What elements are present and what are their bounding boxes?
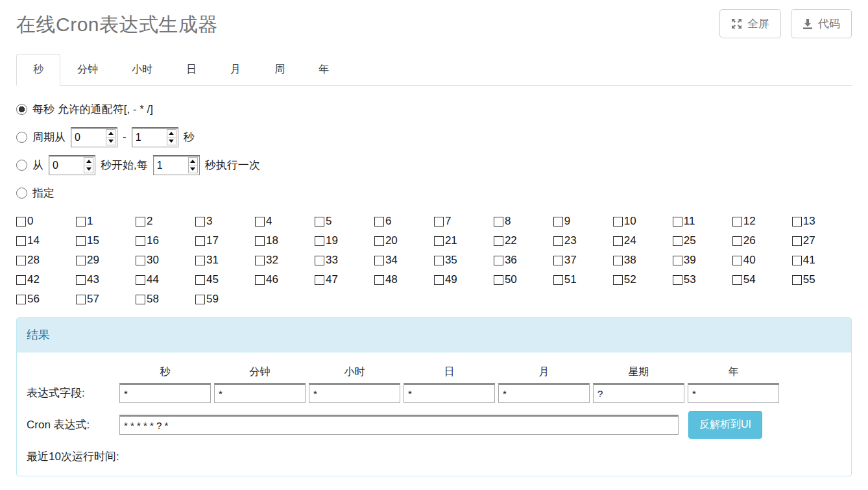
second-checkbox[interactable] xyxy=(792,275,802,285)
tab-item[interactable]: 小时 xyxy=(115,54,169,86)
second-checkbox-cell[interactable]: 43 xyxy=(76,273,136,286)
spinner-down-icon[interactable] xyxy=(189,165,197,173)
second-checkbox[interactable] xyxy=(494,236,503,246)
second-checkbox-cell[interactable]: 45 xyxy=(195,273,255,286)
second-checkbox[interactable] xyxy=(494,275,503,285)
second-checkbox[interactable] xyxy=(16,295,26,304)
second-checkbox[interactable] xyxy=(195,236,205,246)
second-checkbox[interactable] xyxy=(136,236,145,246)
second-checkbox[interactable] xyxy=(136,256,145,265)
second-checkbox-cell[interactable]: 23 xyxy=(553,234,613,247)
second-checkbox-cell[interactable]: 4 xyxy=(255,215,315,228)
second-checkbox-cell[interactable]: 12 xyxy=(732,215,792,228)
second-checkbox-cell[interactable]: 25 xyxy=(673,234,732,247)
second-checkbox[interactable] xyxy=(613,217,623,227)
field-value-input[interactable] xyxy=(404,383,495,403)
second-checkbox-cell[interactable]: 47 xyxy=(315,273,374,286)
second-checkbox-cell[interactable]: 59 xyxy=(195,293,255,306)
second-checkbox[interactable] xyxy=(434,236,444,246)
field-value-input[interactable] xyxy=(214,383,306,403)
second-checkbox-cell[interactable]: 31 xyxy=(195,254,255,267)
second-checkbox[interactable] xyxy=(16,256,26,265)
second-checkbox-cell[interactable]: 30 xyxy=(136,254,195,267)
second-checkbox-cell[interactable]: 41 xyxy=(792,254,852,267)
second-checkbox[interactable] xyxy=(374,217,384,227)
reverse-parse-button[interactable]: 反解析到UI xyxy=(688,411,762,439)
second-checkbox-cell[interactable]: 33 xyxy=(315,254,374,267)
second-checkbox[interactable] xyxy=(613,236,623,246)
second-checkbox[interactable] xyxy=(434,217,444,227)
second-checkbox[interactable] xyxy=(613,275,623,285)
second-checkbox[interactable] xyxy=(792,256,802,265)
second-checkbox-cell[interactable]: 21 xyxy=(434,234,494,247)
second-checkbox-cell[interactable]: 54 xyxy=(732,273,792,286)
second-checkbox-cell[interactable]: 5 xyxy=(315,215,374,228)
tab-item[interactable]: 分钟 xyxy=(60,54,115,86)
second-checkbox[interactable] xyxy=(434,256,444,265)
second-checkbox[interactable] xyxy=(732,217,742,227)
second-checkbox[interactable] xyxy=(255,275,265,285)
second-checkbox-cell[interactable]: 10 xyxy=(613,215,673,228)
second-checkbox[interactable] xyxy=(255,236,265,246)
second-checkbox[interactable] xyxy=(136,295,145,304)
code-button[interactable]: 代码 xyxy=(791,9,852,38)
second-checkbox[interactable] xyxy=(374,236,384,246)
second-checkbox-cell[interactable]: 55 xyxy=(792,273,852,286)
second-checkbox-cell[interactable]: 29 xyxy=(76,254,136,267)
second-checkbox[interactable] xyxy=(136,275,145,285)
second-checkbox-cell[interactable]: 36 xyxy=(494,254,553,267)
spinner-up-icon[interactable] xyxy=(189,158,197,165)
second-checkbox[interactable] xyxy=(553,256,563,265)
spinner-down-icon[interactable] xyxy=(167,138,176,145)
second-checkbox[interactable] xyxy=(76,217,86,227)
tab-item[interactable]: 日 xyxy=(169,54,213,86)
second-checkbox[interactable] xyxy=(76,236,86,246)
second-checkbox-cell[interactable]: 39 xyxy=(673,254,732,267)
second-checkbox-cell[interactable]: 35 xyxy=(434,254,494,267)
second-checkbox[interactable] xyxy=(613,256,623,265)
second-checkbox[interactable] xyxy=(792,217,802,227)
second-checkbox-cell[interactable]: 40 xyxy=(732,254,792,267)
second-checkbox-cell[interactable]: 1 xyxy=(76,215,136,228)
second-checkbox[interactable] xyxy=(76,295,86,304)
second-checkbox-cell[interactable]: 17 xyxy=(195,234,255,247)
tab-item[interactable]: 年 xyxy=(302,54,346,86)
cycle-radio[interactable] xyxy=(16,132,27,143)
second-checkbox[interactable] xyxy=(434,275,444,285)
spinner-up-icon[interactable] xyxy=(84,158,93,165)
second-checkbox-cell[interactable]: 0 xyxy=(16,215,76,228)
second-checkbox[interactable] xyxy=(673,275,682,285)
second-checkbox[interactable] xyxy=(673,236,682,246)
second-checkbox-cell[interactable]: 49 xyxy=(434,273,494,286)
second-checkbox-cell[interactable]: 13 xyxy=(792,215,852,228)
second-checkbox-cell[interactable]: 26 xyxy=(732,234,792,247)
second-checkbox[interactable] xyxy=(255,217,265,227)
field-value-input[interactable] xyxy=(119,383,211,403)
tab-item[interactable]: 秒 xyxy=(16,54,60,86)
field-value-input[interactable] xyxy=(593,383,684,403)
field-value-input[interactable] xyxy=(498,383,590,403)
second-checkbox[interactable] xyxy=(315,275,324,285)
second-checkbox-cell[interactable]: 11 xyxy=(673,215,732,228)
second-checkbox-cell[interactable]: 34 xyxy=(374,254,434,267)
second-checkbox[interactable] xyxy=(136,217,145,227)
second-checkbox[interactable] xyxy=(315,256,324,265)
second-checkbox-cell[interactable]: 50 xyxy=(494,273,553,286)
second-checkbox-cell[interactable]: 48 xyxy=(374,273,434,286)
fullscreen-button[interactable]: 全屏 xyxy=(719,9,781,38)
second-checkbox-cell[interactable]: 44 xyxy=(136,273,195,286)
second-checkbox-cell[interactable]: 32 xyxy=(255,254,315,267)
field-value-input[interactable] xyxy=(688,383,779,403)
tab-item[interactable]: 周 xyxy=(258,54,302,86)
second-checkbox-cell[interactable]: 20 xyxy=(374,234,434,247)
second-checkbox[interactable] xyxy=(315,217,324,227)
second-checkbox[interactable] xyxy=(553,275,563,285)
second-checkbox[interactable] xyxy=(374,256,384,265)
interval-radio[interactable] xyxy=(16,160,27,171)
second-checkbox-cell[interactable]: 46 xyxy=(255,273,315,286)
cron-expression-input[interactable] xyxy=(119,415,679,435)
second-checkbox-cell[interactable]: 3 xyxy=(195,215,255,228)
second-checkbox-cell[interactable]: 38 xyxy=(613,254,673,267)
second-checkbox-cell[interactable]: 57 xyxy=(76,293,136,306)
second-checkbox[interactable] xyxy=(315,236,324,246)
